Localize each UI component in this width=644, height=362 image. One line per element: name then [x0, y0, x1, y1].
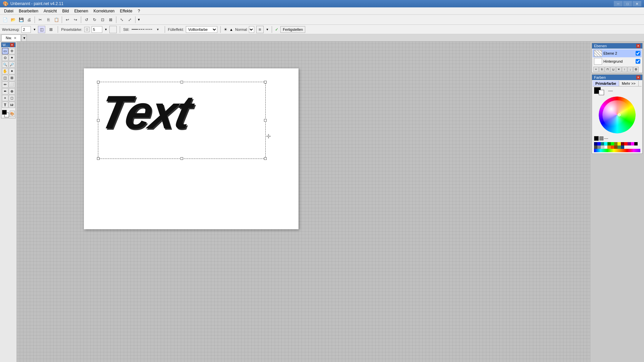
style-solid[interactable]: [131, 29, 138, 30]
palette-cell-8[interactable]: [621, 142, 624, 145]
tab-close-icon[interactable]: ✕: [14, 36, 16, 40]
palette-cell-12[interactable]: [634, 142, 638, 145]
layer-visible-2[interactable]: [636, 59, 640, 64]
layer-merge-btn[interactable]: ⊓: [605, 67, 610, 72]
canvas[interactable]: Text ✛: [84, 68, 299, 229]
open-button[interactable]: 📂: [9, 16, 17, 23]
canvas-size-button[interactable]: ⤢: [126, 16, 133, 23]
color-wheel[interactable]: [599, 97, 636, 133]
fill-select[interactable]: Volltonfarbe Keine Füllung: [186, 26, 217, 33]
color-wheel-container[interactable]: [599, 97, 636, 133]
redo-button[interactable]: ↪: [72, 16, 79, 23]
palette-cell-5[interactable]: [611, 142, 614, 145]
deselect-button[interactable]: ⊡: [99, 16, 106, 23]
layer-duplicate-btn[interactable]: ⎘: [599, 67, 604, 72]
palette-cell-17[interactable]: [607, 145, 611, 149]
sel-handle-bl[interactable]: [97, 157, 100, 160]
color-tab-primary[interactable]: Primärfarbe: [593, 81, 619, 86]
palette-cell-7[interactable]: [618, 142, 621, 145]
palette-cell-15[interactable]: [601, 145, 604, 149]
style-dash[interactable]: [139, 29, 145, 30]
tool-option-2[interactable]: ⊠: [47, 26, 55, 33]
tool-dropdown-icon[interactable]: ▼: [33, 28, 36, 31]
layer-add-btn[interactable]: +: [593, 67, 599, 72]
resize-button[interactable]: ⤡: [118, 16, 125, 23]
palette-cell-21[interactable]: [621, 145, 624, 149]
tool-lasso[interactable]: ⊙: [2, 55, 8, 61]
colors-panel-close[interactable]: ✕: [636, 75, 640, 79]
maximize-button[interactable]: □: [623, 1, 632, 6]
menu-ebenen[interactable]: Ebenen: [71, 8, 91, 14]
finish-button[interactable]: Fertigstellen: [280, 26, 305, 33]
tool-gradient[interactable]: ◫: [2, 75, 8, 81]
sel-handle-tr[interactable]: [264, 81, 267, 83]
brush-size-icon[interactable]: ◻: [84, 27, 90, 32]
tab-arrow[interactable]: ▼: [21, 35, 27, 41]
palette-cell-9[interactable]: [624, 142, 628, 145]
layer-flatten-btn[interactable]: ⊔: [610, 67, 616, 72]
layers-panel-close[interactable]: ✕: [636, 44, 640, 48]
save-button[interactable]: 💾: [17, 16, 25, 23]
toolbox-close-button[interactable]: ✕: [10, 43, 14, 47]
colors-panel-header[interactable]: Farben ✕: [592, 75, 642, 80]
color-palette-btn[interactable]: 🎨: [10, 111, 15, 117]
tool-move[interactable]: ✋: [2, 68, 8, 74]
layer-visible-1[interactable]: [636, 51, 640, 56]
document-tab-1[interactable]: Nw. ✕: [1, 35, 21, 41]
rotate-right-button[interactable]: ↻: [91, 16, 98, 23]
black-swatch[interactable]: [594, 136, 599, 141]
tool-magic-select[interactable]: ✦: [9, 55, 15, 61]
palette-cell-4[interactable]: [607, 142, 611, 145]
primary-color-swatch[interactable]: [2, 110, 7, 115]
blend-arrow[interactable]: ▼: [266, 28, 269, 31]
print-button[interactable]: 🖨: [25, 16, 33, 23]
palette-gradient-row[interactable]: [594, 149, 640, 152]
tool-brush[interactable]: ✏: [2, 81, 8, 88]
layer-row-1[interactable]: Ebene 2: [593, 49, 642, 57]
menu-ansicht[interactable]: Ansicht: [41, 8, 59, 14]
brush-size-input[interactable]: [92, 26, 102, 33]
color-tab-more[interactable]: Mehr >>: [619, 81, 639, 86]
tool-zoom-in[interactable]: 🔍: [2, 61, 8, 68]
palette-cell-0[interactable]: [594, 142, 597, 145]
tool-option-1[interactable]: ◫: [38, 26, 45, 33]
gray-swatch[interactable]: [599, 136, 603, 140]
layer-row-2[interactable]: Hintergrund: [593, 57, 642, 65]
layer-delete-btn[interactable]: ✕: [616, 67, 622, 72]
palette-cell-11[interactable]: [631, 142, 634, 145]
brush-dropdown-icon[interactable]: ▼: [104, 28, 107, 31]
layer-down-btn[interactable]: ↓: [628, 67, 633, 72]
rotate-left-button[interactable]: ↺: [83, 16, 90, 23]
style-dot[interactable]: [146, 29, 152, 30]
tool-zoom-out[interactable]: 🔎: [9, 61, 15, 68]
menu-effekte[interactable]: Effekte: [117, 8, 135, 14]
style-dropdown[interactable]: ▼: [154, 26, 162, 33]
tool-select-rect[interactable]: ▭: [2, 48, 8, 54]
tool-fill[interactable]: ⊞: [9, 75, 15, 81]
canvas-area[interactable]: Text ✛: [17, 42, 590, 362]
palette-cell-10[interactable]: [628, 142, 631, 145]
secondary-color-display[interactable]: [599, 90, 604, 95]
paste-button[interactable]: 📋: [53, 16, 60, 23]
palette-cell-16[interactable]: [604, 145, 607, 149]
copy-button[interactable]: ⎘: [45, 16, 52, 23]
layer-up-btn[interactable]: ↑: [622, 67, 627, 72]
tool-clone[interactable]: ⌖: [2, 95, 8, 101]
blend-select[interactable]: Normal: [249, 26, 254, 33]
tool-eraser[interactable]: ⬜: [9, 81, 15, 88]
toolbar-arrow[interactable]: ▼: [137, 18, 141, 21]
toolbox-header[interactable]: W... ✕: [1, 43, 15, 47]
tool-pencil[interactable]: ✒: [2, 88, 8, 95]
tool-color-pick[interactable]: ⊕: [9, 88, 15, 95]
tool-text[interactable]: T: [2, 102, 8, 108]
palette-cell-2[interactable]: [601, 142, 604, 145]
sel-handle-bm[interactable]: [180, 157, 183, 160]
menu-help[interactable]: ?: [135, 8, 143, 14]
palette-cell-14[interactable]: [597, 145, 601, 149]
layer-props-btn[interactable]: ⚙: [633, 67, 639, 72]
sel-handle-ml[interactable]: [97, 119, 100, 122]
palette-cell-1[interactable]: [597, 142, 601, 145]
menu-korrekturen[interactable]: Korrekturen: [91, 8, 117, 14]
palette-cell-6[interactable]: [614, 142, 618, 145]
tool-number[interactable]: 12: [9, 102, 15, 108]
